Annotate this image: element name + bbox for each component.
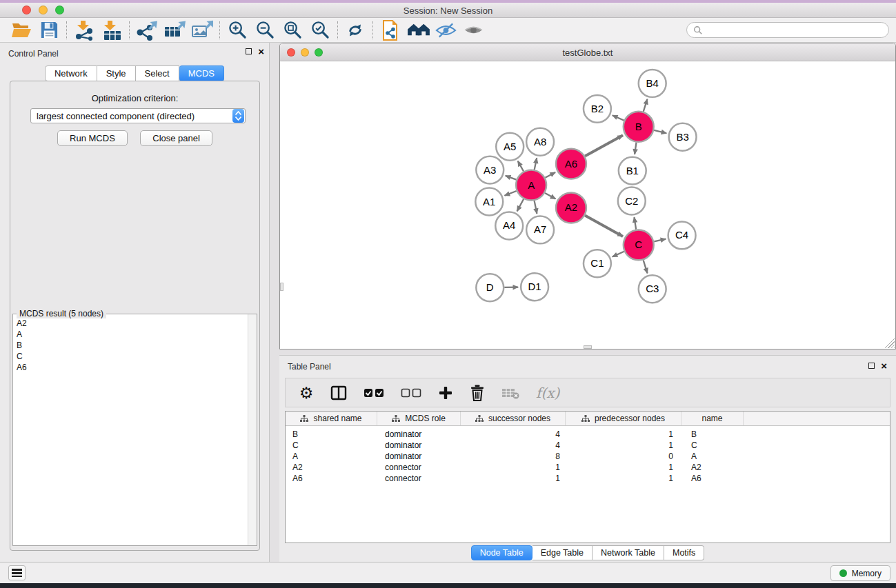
table-cell[interactable]: C xyxy=(286,440,377,451)
mcds-result-item[interactable]: A xyxy=(13,329,257,340)
dropdown-stepper-icon[interactable] xyxy=(232,109,244,123)
graph-edge-A-A6[interactable] xyxy=(545,172,555,178)
table-cell[interactable]: dominator xyxy=(377,440,461,451)
graph-edge-A-A7[interactable] xyxy=(535,201,537,214)
table-cell[interactable]: A6 xyxy=(681,473,744,484)
tab-style[interactable]: Style xyxy=(97,65,136,81)
graph-edge-C-C3[interactable] xyxy=(644,260,648,273)
close-panel-icon[interactable]: × xyxy=(258,48,264,54)
graph-edge-A-A5[interactable] xyxy=(518,161,524,172)
table-cell[interactable]: A2 xyxy=(286,462,377,473)
table-cell[interactable]: 1 xyxy=(566,462,681,473)
hide-selected-icon[interactable] xyxy=(434,19,457,41)
graph-edge-A-A1[interactable] xyxy=(505,191,517,196)
graph-edge-A6-B[interactable] xyxy=(585,135,623,156)
split-panel-icon[interactable] xyxy=(330,385,347,401)
mcds-result-item[interactable]: C xyxy=(13,351,257,362)
graph-edge-A-A8[interactable] xyxy=(535,158,537,170)
table-cell[interactable]: 1 xyxy=(566,440,681,451)
network-window-titlebar[interactable]: testGlobe.txt xyxy=(280,43,895,61)
export-network-icon[interactable] xyxy=(135,19,159,41)
zoom-fit-icon[interactable] xyxy=(281,19,304,41)
mcds-result-scrollbar[interactable] xyxy=(248,314,257,545)
graph-edge-A-A2[interactable] xyxy=(545,193,555,199)
memory-button[interactable]: Memory xyxy=(830,565,890,581)
graph-edge-A-A3[interactable] xyxy=(506,176,517,180)
table-row[interactable]: Adominator80A xyxy=(286,451,890,462)
task-history-button[interactable] xyxy=(8,565,26,580)
table-cell[interactable]: 4 xyxy=(461,440,566,451)
column-header-shared-name[interactable]: shared name xyxy=(286,412,377,425)
table-cell[interactable]: connector xyxy=(377,462,461,473)
tab-edge-table[interactable]: Edge Table xyxy=(532,545,593,560)
zoom-out-icon[interactable] xyxy=(253,19,277,41)
import-table-icon[interactable] xyxy=(100,19,123,41)
table-cell[interactable]: 1 xyxy=(461,473,566,484)
graph-edge-A2-C[interactable] xyxy=(585,216,623,236)
import-network-icon[interactable] xyxy=(72,19,96,41)
new-column-icon[interactable] xyxy=(438,386,453,400)
delete-columns-icon[interactable] xyxy=(470,385,485,401)
graph-edge-B-B3[interactable] xyxy=(654,130,666,133)
table-cell[interactable]: B xyxy=(681,429,744,440)
save-session-icon[interactable] xyxy=(37,19,61,41)
tab-network[interactable]: Network xyxy=(45,65,97,81)
graph-edge-C-C1[interactable] xyxy=(613,252,624,257)
tab-mcds[interactable]: MCDS xyxy=(179,65,224,81)
table-cell[interactable]: C xyxy=(681,440,744,451)
table-cell[interactable]: 1 xyxy=(461,462,566,473)
float-panel-icon[interactable] xyxy=(246,48,252,54)
mcds-result-item[interactable]: A2 xyxy=(13,318,257,329)
search-input[interactable] xyxy=(707,25,882,35)
home-icon[interactable] xyxy=(406,19,430,41)
new-network-from-selection-icon[interactable] xyxy=(379,19,402,41)
table-cell[interactable]: A xyxy=(681,451,744,462)
table-row[interactable]: A2connector11A2 xyxy=(286,462,890,473)
table-cell[interactable]: dominator xyxy=(377,429,461,440)
window-edge-grip[interactable] xyxy=(280,283,283,291)
float-table-panel-icon[interactable] xyxy=(868,363,875,369)
mcds-result-item[interactable]: B xyxy=(13,340,257,351)
export-image-icon[interactable] xyxy=(190,19,214,41)
table-cell[interactable]: A6 xyxy=(286,473,377,484)
optimization-criterion-dropdown[interactable]: largest connected component (directed) xyxy=(30,108,246,123)
run-mcds-button[interactable]: Run MCDS xyxy=(57,130,128,146)
graph-edge-C-C4[interactable] xyxy=(654,239,666,242)
mcds-result-item[interactable]: A6 xyxy=(13,362,257,373)
tab-network-table[interactable]: Network Table xyxy=(593,545,664,560)
graph-edge-C-C2[interactable] xyxy=(634,217,636,230)
close-table-panel-icon[interactable]: × xyxy=(881,363,887,369)
table-cell[interactable]: A2 xyxy=(681,462,744,473)
close-panel-button[interactable]: Close panel xyxy=(140,130,212,146)
table-cell[interactable]: 1 xyxy=(566,429,681,440)
column-header-predecessor-nodes[interactable]: predecessor nodes xyxy=(566,412,681,425)
column-header-mcds-role[interactable]: MCDS role xyxy=(377,412,461,425)
apply-layout-icon[interactable] xyxy=(344,19,367,41)
graph-edge-B-B4[interactable] xyxy=(644,99,648,112)
graph-edge-A-A4[interactable] xyxy=(517,199,524,212)
zoom-selected-icon[interactable] xyxy=(308,19,332,41)
table-cell[interactable]: 0 xyxy=(566,451,681,462)
table-cell[interactable]: 8 xyxy=(461,451,566,462)
deselect-all-icon[interactable] xyxy=(401,388,421,398)
table-row[interactable]: Cdominator41C xyxy=(286,440,890,451)
search-field[interactable] xyxy=(686,22,889,38)
table-cell[interactable]: dominator xyxy=(377,451,461,462)
table-cell[interactable]: 1 xyxy=(566,473,681,484)
table-cell[interactable]: B xyxy=(286,429,377,440)
table-cell[interactable]: connector xyxy=(377,473,461,484)
table-row[interactable]: A6connector11A6 xyxy=(286,473,890,484)
open-file-icon[interactable] xyxy=(10,19,33,41)
graph-edge-B-B1[interactable] xyxy=(635,143,636,154)
tab-select[interactable]: Select xyxy=(136,65,179,81)
window-edge-grip[interactable] xyxy=(584,345,592,349)
zoom-in-icon[interactable] xyxy=(226,19,249,41)
column-header-successor-nodes[interactable]: successor nodes xyxy=(461,412,566,425)
table-cell[interactable]: A xyxy=(286,451,377,462)
network-canvas[interactable]: B4B2BB3A5A8A6B1A3AC2A1A2A4A7C4CC1C3DD1 xyxy=(280,61,895,349)
table-row[interactable]: Bdominator41B xyxy=(286,429,890,440)
select-all-icon[interactable] xyxy=(364,388,384,398)
table-cell[interactable]: 4 xyxy=(461,429,566,440)
export-table-icon[interactable] xyxy=(163,19,186,41)
tab-motifs[interactable]: Motifs xyxy=(664,545,704,560)
